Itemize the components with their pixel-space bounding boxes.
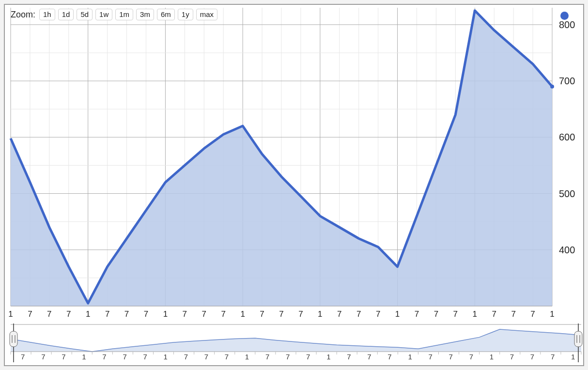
y-tick: 700 xyxy=(559,76,575,86)
x-tick: 7 xyxy=(260,309,264,319)
overview-tick: 7 xyxy=(21,353,25,361)
overview-tick: 7 xyxy=(102,353,106,361)
x-tick: 7 xyxy=(144,309,148,319)
x-tick: 7 xyxy=(530,309,535,319)
range-handle-left[interactable] xyxy=(10,324,17,362)
overview-tick: 7 xyxy=(143,353,147,361)
x-tick: 7 xyxy=(183,309,187,319)
y-tick: 400 xyxy=(559,245,575,255)
x-tick: 7 xyxy=(66,309,71,319)
x-tick: 7 xyxy=(279,309,283,319)
overview-tick: 7 xyxy=(428,353,432,361)
overview-tick: 7 xyxy=(387,353,391,361)
plot-area: 1777177717771777177717771777140050060070… xyxy=(5,5,583,365)
overview-tick: 1 xyxy=(571,353,575,361)
overview-tick: 7 xyxy=(367,353,371,361)
overview-tick: 7 xyxy=(510,353,514,361)
overview-tick: 7 xyxy=(530,353,534,361)
x-tick: 7 xyxy=(356,309,361,319)
overview-tick: 1 xyxy=(245,353,249,361)
x-tick: 1 xyxy=(318,309,322,319)
zoom-label: Zoom: xyxy=(11,10,35,20)
overview-tick: 7 xyxy=(123,353,126,361)
zoom-6m-button[interactable]: 6m xyxy=(157,9,175,20)
overview-tick: 1 xyxy=(490,353,494,361)
zoom-3m-button[interactable]: 3m xyxy=(136,9,154,20)
overview-tick: 1 xyxy=(408,353,412,361)
x-tick: 1 xyxy=(550,309,554,319)
zoom-toolbar: Zoom: 1h 1d 5d 1w 1m 3m 6m 1y max xyxy=(11,9,217,20)
x-tick: 7 xyxy=(221,309,225,319)
overview-tick: 7 xyxy=(469,353,473,361)
overview-tick: 7 xyxy=(449,353,453,361)
zoom-max-button[interactable]: max xyxy=(196,9,217,20)
overview-tick: 7 xyxy=(62,353,65,361)
x-tick: 7 xyxy=(298,309,303,319)
svg-rect-77 xyxy=(574,331,582,347)
x-tick: 7 xyxy=(376,309,380,319)
x-tick: 7 xyxy=(47,309,51,319)
zoom-1y-button[interactable]: 1y xyxy=(178,9,193,20)
series-end-dot xyxy=(550,85,554,89)
overview-tick: 1 xyxy=(164,353,168,361)
overview-tick: 7 xyxy=(347,353,351,361)
svg-rect-73 xyxy=(10,331,17,347)
overview-tick: 7 xyxy=(41,353,45,361)
overview-tick: 1 xyxy=(326,353,330,361)
x-tick: 7 xyxy=(511,309,515,319)
chart-panel: Zoom: 1h 1d 5d 1w 1m 3m 6m 1y max 177717… xyxy=(4,4,584,366)
zoom-1w-button[interactable]: 1w xyxy=(95,9,112,20)
x-tick: 1 xyxy=(240,309,245,319)
zoom-1m-button[interactable]: 1m xyxy=(115,9,133,20)
overview-tick: 7 xyxy=(306,353,310,361)
overview-tick: 7 xyxy=(265,353,269,361)
range-handle-right[interactable] xyxy=(574,324,582,362)
x-tick: 7 xyxy=(415,309,419,319)
overview-tick: 7 xyxy=(225,353,229,361)
x-tick: 1 xyxy=(473,309,477,319)
zoom-1d-button[interactable]: 1d xyxy=(58,9,74,20)
zoom-5d-button[interactable]: 5d xyxy=(77,9,93,20)
x-tick: 7 xyxy=(28,309,32,319)
y-tick: 500 xyxy=(559,188,575,199)
x-tick: 1 xyxy=(86,309,90,319)
x-tick: 1 xyxy=(8,309,13,319)
x-tick: 7 xyxy=(105,309,109,319)
y-tick: 800 xyxy=(559,19,575,30)
x-tick: 1 xyxy=(163,309,168,319)
x-tick: 7 xyxy=(453,309,458,319)
chart-svg: 1777177717771777177717771777140050060070… xyxy=(5,5,584,366)
x-tick: 7 xyxy=(434,309,438,319)
y-tick: 600 xyxy=(559,132,575,142)
x-tick: 1 xyxy=(395,309,400,319)
legend-series-dot[interactable] xyxy=(560,12,569,20)
overview-tick: 7 xyxy=(551,353,555,361)
x-tick: 7 xyxy=(202,309,206,319)
overview-tick: 7 xyxy=(184,353,188,361)
overview-tick: 1 xyxy=(82,353,86,361)
zoom-1h-button[interactable]: 1h xyxy=(39,9,55,20)
overview-area xyxy=(11,329,581,352)
x-tick: 7 xyxy=(337,309,341,319)
overview-tick: 7 xyxy=(286,353,290,361)
x-tick: 7 xyxy=(124,309,129,319)
x-tick: 7 xyxy=(492,309,496,319)
overview-tick: 7 xyxy=(204,353,208,361)
